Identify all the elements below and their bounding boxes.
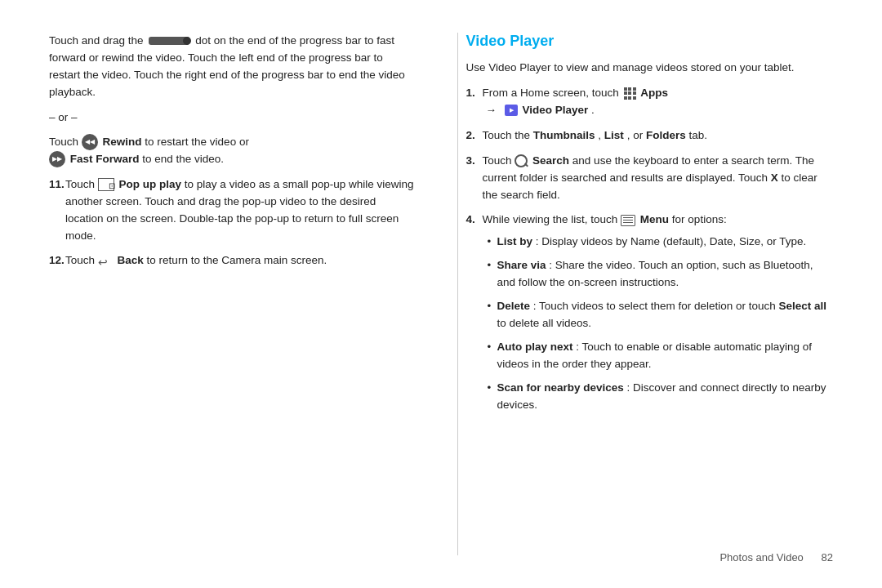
right-steps: From a Home screen, touch Apps → Video P… [466,85,834,414]
rewind-icon [82,134,98,150]
comma2: , or [627,129,646,141]
tab-text: tab. [688,129,707,141]
auto-play-label: Auto play next [497,341,573,353]
step1-text-before: From a Home screen, touch [483,87,622,99]
touch-label: Touch [49,136,82,148]
right-intro: Use Video Player to view and manage vide… [466,60,834,77]
bullet-share-via: Share via : Share the video. Touch an op… [488,257,834,292]
apps-icon [624,87,636,100]
step-2: Touch the Thumbnails , List , or Folders… [466,127,834,145]
list-by-label: List by [497,235,533,247]
step12-icon-label: Back [118,254,144,266]
rewind-label: Rewind [103,136,142,148]
rewind-paragraph: Touch Rewind to restart the video or Fas… [49,134,416,168]
progress-dot-icon [149,37,189,45]
step11-prefix: Touch [65,178,95,190]
step3-touch: Touch [483,154,515,167]
intro-paragraph: Touch and drag the dot on the end of the… [49,33,416,101]
delete-label: Delete [497,300,531,312]
arrow-icon: → [486,102,497,119]
step4-before: While viewing the list, touch [483,213,621,225]
step-12: Touch Back to return to the Camera main … [49,252,416,270]
right-column: Video Player Use Video Player to view an… [457,33,834,555]
bullet-list-by: List by : Display videos by Name (defaul… [488,234,834,251]
step11-text: to play a video as a small pop-up while … [65,178,414,242]
step-3: Touch Search and use the keyboard to ent… [466,153,834,204]
step12-text: to return to the Camera main screen. [147,254,327,266]
step2-text: Touch the [483,129,533,141]
comma1: , [598,129,604,141]
select-all-label: Select all [778,300,826,312]
share-via-label: Share via [497,259,546,271]
bullet-scan: Scan for nearby devices : Discover and c… [488,380,834,414]
list-label: List [604,129,624,141]
bullet-delete: Delete : Touch videos to select them for… [488,298,834,332]
section-title: Video Player [466,33,834,50]
forward-label: Fast Forward [70,153,140,165]
step-1: From a Home screen, touch Apps → Video P… [466,85,834,119]
scan-label: Scan for nearby devices [497,381,624,394]
step12-prefix: Touch [65,254,95,266]
list-by-text: : Display videos by Name (default), Date… [536,235,806,247]
bullet-list: List by : Display videos by Name (defaul… [488,234,834,413]
page-number: 82 [822,551,833,564]
footer-text: Photos and Video [719,551,803,564]
delete-text2: to delete all videos. [497,317,592,329]
page-container: Touch and drag the dot on the end of the… [0,0,882,588]
bullet-auto-play: Auto play next : Touch to enable or disa… [488,339,834,373]
left-column: Touch and drag the dot on the end of the… [49,33,425,555]
left-steps: Touch Pop up play to play a video as a s… [49,176,416,270]
video-player-label: Video Player [523,104,589,116]
or-divider: – or – [49,109,416,126]
video-player-icon [505,105,518,116]
popup-icon [98,178,114,191]
forward-icon [49,151,65,167]
thumbnails-label: Thumbnails [533,129,595,141]
forward-text: to end the video. [142,153,224,165]
step-11: Touch Pop up play to play a video as a s… [49,176,416,245]
back-icon [98,254,113,269]
search-icon [514,154,528,167]
delete-text: : Touch videos to select them for deleti… [533,300,776,312]
intro-text: Touch and drag the [49,34,144,47]
step11-icon-label: Pop up play [119,178,182,190]
folders-label: Folders [646,129,686,141]
page-footer: Photos and Video 82 [719,551,833,564]
step1-period: . [591,104,595,116]
search-label: Search [532,154,569,167]
x-label: X [771,172,778,184]
rewind-text: to restart the video or [145,136,249,148]
menu-icon [621,215,635,226]
apps-label: Apps [640,87,668,99]
step-4: While viewing the list, touch Menu for o… [466,212,834,413]
menu-label: Menu [640,213,669,225]
step4-after: for options: [672,213,727,225]
